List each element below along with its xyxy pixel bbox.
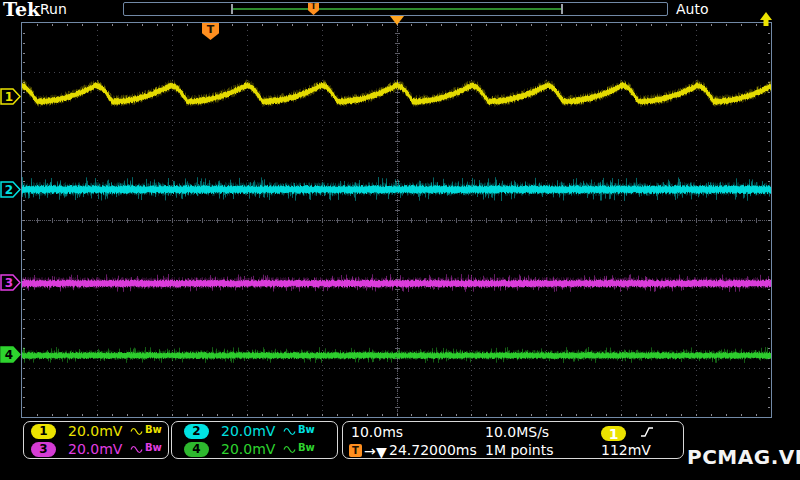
ch4-scale-row[interactable]: 4 20.0mV Bw bbox=[172, 440, 337, 458]
ch3-scale-row[interactable]: 3 20.0mV Bw bbox=[24, 440, 168, 458]
vertical-readout-box-ch2-ch4[interactable]: 2 20.0mV Bw 4 20.0mV Bw bbox=[171, 421, 338, 459]
ch2-badge[interactable]: 2 bbox=[184, 424, 209, 439]
ch4-scale-value: 20.0mV bbox=[221, 441, 283, 457]
oscilloscope-screen: Tek Run Auto T T 1 2 3 4 1 20.0mV bbox=[0, 0, 800, 480]
ac-coupling-icon bbox=[283, 445, 296, 454]
horizontal-trigger-readout-box[interactable]: 10.0ms 10.0MS/s 1 T → ▼ 24.72000ms 1M po… bbox=[342, 421, 684, 459]
bandwidth-limit-label: Bw bbox=[298, 442, 315, 453]
ch3-scale-value: 20.0mV bbox=[68, 441, 130, 457]
trigger-level-offscreen-arrow-icon[interactable] bbox=[757, 11, 775, 28]
ac-coupling-icon bbox=[283, 427, 296, 436]
ch4-coupling-symbols: Bw bbox=[283, 444, 315, 455]
record-waveform-line bbox=[233, 8, 561, 10]
timebase-value: 10.0ms bbox=[351, 424, 403, 440]
tek-logo: Tek bbox=[3, 0, 40, 20]
svg-text:1: 1 bbox=[5, 90, 13, 104]
channel-3-position-marker[interactable]: 3 bbox=[0, 274, 21, 291]
ch1-scale-row[interactable]: 1 20.0mV Bw bbox=[24, 422, 168, 440]
svg-text:2: 2 bbox=[5, 183, 13, 197]
channel-1-position-marker[interactable]: 1 bbox=[0, 88, 21, 105]
graticule-frame bbox=[21, 22, 772, 418]
record-length-value: 1M points bbox=[485, 442, 553, 458]
svg-text:3: 3 bbox=[5, 276, 13, 290]
ch4-badge[interactable]: 4 bbox=[184, 442, 209, 457]
trigger-source-badge[interactable]: 1 bbox=[601, 426, 626, 441]
channel-2-position-marker[interactable]: 2 bbox=[0, 181, 21, 198]
ch2-scale-value: 20.0mV bbox=[221, 423, 283, 439]
expansion-point-icon[interactable] bbox=[390, 16, 404, 25]
trigger-level-value: 112mV bbox=[601, 442, 651, 458]
ac-coupling-icon bbox=[130, 427, 143, 436]
record-window-bracket-right[interactable] bbox=[561, 4, 563, 14]
ch2-scale-row[interactable]: 2 20.0mV Bw bbox=[172, 422, 337, 440]
channel-4-position-marker[interactable]: 4 bbox=[0, 346, 21, 363]
trigger-t-icon: T bbox=[349, 444, 362, 457]
rising-edge-slope-icon bbox=[639, 425, 655, 439]
ch3-coupling-symbols: Bw bbox=[130, 444, 162, 455]
vertical-readout-box-ch1-ch3[interactable]: 1 20.0mV Bw 3 20.0mV Bw bbox=[23, 421, 169, 459]
trigger-marker-icon: ▼ bbox=[376, 444, 387, 460]
trigger-position-value: 24.72000ms bbox=[389, 442, 477, 458]
bandwidth-limit-label: Bw bbox=[298, 424, 315, 435]
trigger-mode-label: Auto bbox=[676, 1, 709, 17]
ac-coupling-icon bbox=[130, 445, 143, 454]
sample-rate-value: 10.0MS/s bbox=[485, 424, 549, 440]
bandwidth-limit-label: Bw bbox=[145, 424, 162, 435]
watermark: PCMAG.VN bbox=[687, 445, 800, 469]
record-trigger-marker-icon[interactable]: T bbox=[308, 3, 319, 15]
ch1-badge[interactable]: 1 bbox=[31, 424, 56, 439]
ch1-coupling-symbols: Bw bbox=[130, 426, 162, 437]
record-view-bar[interactable]: T bbox=[123, 2, 668, 16]
ch3-badge[interactable]: 3 bbox=[31, 442, 56, 457]
ch2-coupling-symbols: Bw bbox=[283, 426, 315, 437]
svg-text:4: 4 bbox=[5, 348, 13, 362]
bandwidth-limit-label: Bw bbox=[145, 442, 162, 453]
ch1-scale-value: 20.0mV bbox=[68, 423, 130, 439]
waveform-canvas[interactable] bbox=[22, 23, 771, 417]
run-status: Run bbox=[40, 1, 67, 17]
trigger-arrow-icon: → bbox=[364, 443, 376, 459]
